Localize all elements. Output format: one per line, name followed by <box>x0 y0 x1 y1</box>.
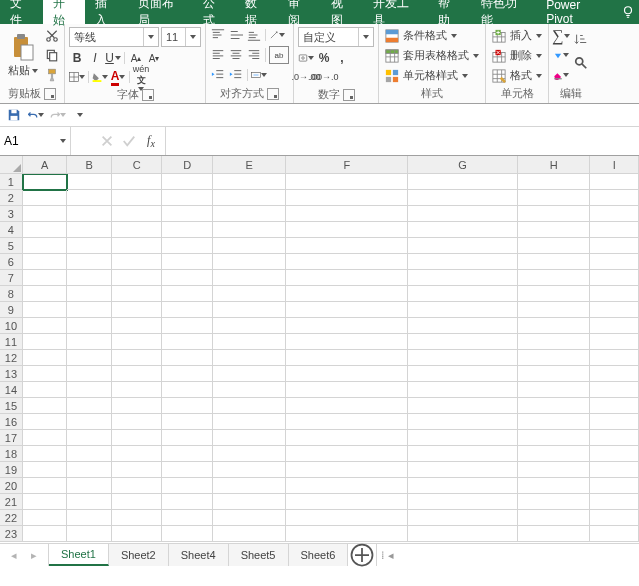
formula-input[interactable] <box>166 127 639 155</box>
row-header[interactable]: 1 <box>0 174 23 190</box>
cell[interactable] <box>286 174 408 190</box>
row-header[interactable]: 20 <box>0 478 23 494</box>
cell[interactable] <box>23 254 68 270</box>
currency-icon[interactable] <box>298 50 314 66</box>
cell[interactable] <box>23 286 68 302</box>
align-left-icon[interactable] <box>210 47 226 63</box>
cell[interactable] <box>213 478 286 494</box>
cell[interactable] <box>213 366 286 382</box>
cell[interactable] <box>23 414 68 430</box>
format-as-table-button[interactable]: 套用表格格式 <box>383 48 481 63</box>
format-cells-button[interactable]: 格式 <box>490 68 544 83</box>
increase-indent-icon[interactable] <box>228 67 244 83</box>
cell[interactable] <box>286 238 408 254</box>
cell[interactable] <box>590 446 639 462</box>
clipboard-dialog-launcher[interactable] <box>44 88 56 100</box>
merge-cells-icon[interactable] <box>251 67 267 83</box>
row-header[interactable]: 6 <box>0 254 23 270</box>
cell[interactable] <box>286 222 408 238</box>
cell[interactable] <box>408 494 518 510</box>
cell[interactable] <box>162 398 213 414</box>
cell[interactable] <box>67 318 112 334</box>
add-sheet-button[interactable] <box>348 544 376 566</box>
cell[interactable] <box>112 190 163 206</box>
cell[interactable] <box>590 350 639 366</box>
cell[interactable] <box>286 382 408 398</box>
column-header[interactable]: H <box>518 156 590 174</box>
decrease-decimal-icon[interactable]: .00→.0 <box>316 69 332 85</box>
cell[interactable] <box>162 238 213 254</box>
cell[interactable] <box>67 446 112 462</box>
sort-filter-icon[interactable] <box>573 31 589 47</box>
cell[interactable] <box>23 382 68 398</box>
tab-file[interactable]: 文件 <box>0 0 43 24</box>
cell[interactable] <box>286 366 408 382</box>
cell[interactable] <box>67 398 112 414</box>
sheet-tab-2[interactable]: Sheet2 <box>109 544 169 566</box>
cell[interactable] <box>590 190 639 206</box>
cell[interactable] <box>162 222 213 238</box>
align-top-icon[interactable] <box>210 27 226 43</box>
alignment-dialog-launcher[interactable] <box>267 88 279 100</box>
row-header[interactable]: 16 <box>0 414 23 430</box>
tab-formulas[interactable]: 公式 <box>193 0 236 24</box>
cell[interactable] <box>286 446 408 462</box>
cell[interactable] <box>590 286 639 302</box>
column-header[interactable]: A <box>23 156 68 174</box>
cell[interactable] <box>518 366 590 382</box>
font-name-combo[interactable]: 等线 <box>69 27 159 47</box>
cell[interactable] <box>286 318 408 334</box>
cell[interactable] <box>408 302 518 318</box>
insert-function-icon[interactable]: fx <box>143 133 159 149</box>
cell[interactable] <box>590 206 639 222</box>
cell[interactable] <box>23 494 68 510</box>
cell[interactable] <box>162 206 213 222</box>
cell[interactable] <box>286 302 408 318</box>
cell[interactable] <box>23 510 68 526</box>
cell[interactable] <box>286 254 408 270</box>
borders-icon[interactable] <box>69 69 85 85</box>
tab-view[interactable]: 视图 <box>321 0 364 24</box>
cell[interactable] <box>67 334 112 350</box>
cell[interactable] <box>286 478 408 494</box>
cell[interactable] <box>23 462 68 478</box>
cell[interactable] <box>112 382 163 398</box>
sheet-nav-next-icon[interactable]: ▸ <box>26 547 42 563</box>
cell[interactable] <box>23 318 68 334</box>
format-painter-icon[interactable] <box>44 67 60 83</box>
cell[interactable] <box>213 526 286 542</box>
cell[interactable] <box>112 494 163 510</box>
cell[interactable] <box>518 286 590 302</box>
cell[interactable] <box>408 254 518 270</box>
cell[interactable] <box>112 334 163 350</box>
cell[interactable] <box>112 174 163 190</box>
cell[interactable] <box>67 526 112 542</box>
cell[interactable] <box>67 382 112 398</box>
cell[interactable] <box>518 254 590 270</box>
column-header[interactable]: F <box>286 156 408 174</box>
cell[interactable] <box>518 414 590 430</box>
cell[interactable] <box>112 286 163 302</box>
cell[interactable] <box>408 430 518 446</box>
row-header[interactable]: 21 <box>0 494 23 510</box>
cell[interactable] <box>112 430 163 446</box>
cell[interactable] <box>67 430 112 446</box>
cell[interactable] <box>286 286 408 302</box>
cell[interactable] <box>23 478 68 494</box>
cut-icon[interactable] <box>44 28 60 44</box>
cell[interactable] <box>213 414 286 430</box>
cell[interactable] <box>23 430 68 446</box>
cell[interactable] <box>590 478 639 494</box>
number-dialog-launcher[interactable] <box>343 89 355 101</box>
cell[interactable] <box>518 494 590 510</box>
cell[interactable] <box>213 174 286 190</box>
cell[interactable] <box>67 462 112 478</box>
cell[interactable] <box>23 222 68 238</box>
cell[interactable] <box>518 510 590 526</box>
cell[interactable] <box>213 510 286 526</box>
cell[interactable] <box>67 414 112 430</box>
cell[interactable] <box>67 238 112 254</box>
tab-help[interactable]: 帮助 <box>428 0 471 24</box>
name-box-input[interactable] <box>0 134 56 148</box>
underline-icon[interactable]: U <box>105 50 121 66</box>
